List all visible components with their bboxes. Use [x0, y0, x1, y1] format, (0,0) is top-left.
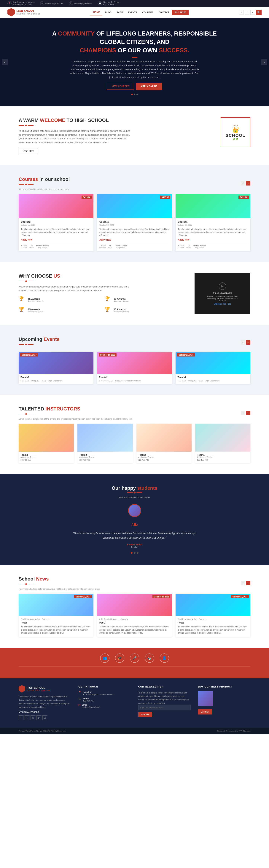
event-img-2: October 23, 2023	[97, 352, 172, 374]
tdot-3[interactable]	[137, 552, 139, 554]
nav-contact[interactable]: CONTACT	[156, 10, 172, 15]
instructors-prev[interactable]: ‹	[241, 411, 245, 415]
address-text: 8pk Street Address here	[13, 1, 35, 3]
nav-page[interactable]: PAGE	[114, 10, 125, 15]
course-img-1: $499.00	[176, 194, 250, 218]
instructors-title-talented: TALENTED	[19, 406, 44, 411]
dot-3[interactable]	[137, 94, 138, 95]
course-duration-2: 1 Years Duration	[99, 245, 106, 249]
course-price-2: $499.00	[160, 195, 171, 199]
courses-prev[interactable]: ‹	[241, 181, 245, 186]
course-school-1: Modern School King School	[193, 245, 206, 249]
hero-next-arrow[interactable]: ›	[261, 59, 267, 65]
courses-next[interactable]: ›	[246, 181, 250, 186]
news-next[interactable]: ›	[246, 581, 250, 585]
newsletter-submit-button[interactable]: Submit	[138, 712, 152, 717]
event-card-1: October 23, 2023 Events1 8 Jul 2023 | 20…	[176, 352, 250, 384]
course-date-1: October 23, 2023	[178, 224, 248, 226]
hero-buttons: VIEW COURSES APPLY ONLINE	[51, 83, 218, 90]
instructor-name-2: Team2	[138, 454, 190, 456]
footer-logo-sub: EDUCATION FOR EVERYONE	[27, 689, 50, 691]
footer-icon-book[interactable]: 📚	[145, 653, 154, 663]
courses-subtitle: Alique institibus Ber deliciae intel vit…	[19, 188, 70, 190]
footer-icon-profile[interactable]: 👤	[160, 653, 169, 663]
view-courses-button[interactable]: VIEW COURSES	[107, 83, 134, 90]
social-facebook[interactable]: f	[245, 10, 249, 15]
social-twitter[interactable]: t	[239, 10, 244, 15]
apply-online-button[interactable]: APPLY ONLINE	[136, 83, 162, 90]
instructor-body-2: Team2 Assistance Teacher 123-456-789	[137, 452, 191, 463]
learn-more-button[interactable]: Learn More	[19, 148, 38, 154]
why-choose-section: WHY CHOOSE US Weave commanding Alique va…	[0, 262, 269, 325]
social-linkedin[interactable]: in	[250, 10, 255, 15]
course-name-2: Course2	[99, 220, 170, 223]
nav-blog[interactable]: BLOG	[102, 10, 114, 15]
buy-now-button[interactable]: BUY NOW	[172, 10, 188, 15]
course-meta-3: 1 Years Duration 45 Hours Modern School …	[21, 243, 91, 249]
course-img-3: $499.00	[19, 194, 93, 218]
nav-home[interactable]: HOME	[90, 9, 102, 16]
footer-icon-users[interactable]: 👥	[100, 653, 110, 663]
news-prev[interactable]: ‹	[241, 581, 245, 585]
events-grid: October 23, 2023 Events3 8 Jul 2023 | 20…	[19, 352, 250, 384]
logo-text: HIGH SCHOOL	[17, 10, 40, 13]
watch-youtube-link[interactable]: Watch on YouTube	[214, 303, 231, 305]
course-apply-3[interactable]: Apply Now	[21, 239, 91, 241]
footer-social-f[interactable]: f	[19, 715, 24, 720]
instructor-img-4	[19, 424, 74, 452]
buy-product-button[interactable]: Buy Now	[198, 709, 212, 714]
testimonials-dots	[19, 552, 250, 554]
footer-icon-grad[interactable]: 🎓	[115, 653, 124, 663]
hero-subtitle: Ta eihmadi ut adopts satis somos. Alique…	[69, 60, 200, 79]
award-count-2: 15 Awards	[114, 298, 129, 300]
trophy-icon-1: 🏆	[19, 296, 26, 304]
dot-1[interactable]	[131, 94, 133, 95]
instructor-img-2	[137, 424, 191, 452]
phone-text: contact@gmail.com	[74, 2, 92, 4]
course-apply-2[interactable]: Apply Now	[99, 239, 170, 241]
news-meta-2: 8 Jul Reachable Author Category	[99, 618, 170, 620]
footer-social-yt[interactable]: yt	[42, 715, 47, 720]
instructors-next[interactable]: ›	[246, 411, 250, 415]
welcome-title-end: TO HIGH SCHOOL	[67, 117, 109, 123]
nav-courses[interactable]: COURSES	[140, 10, 156, 15]
instructors-title: TALENTED INSTRUCTORS	[19, 406, 132, 412]
course-apply-1[interactable]: Apply Now	[178, 239, 248, 241]
news-title-highlight: News	[36, 576, 49, 582]
hero-prev-arrow[interactable]: ‹	[2, 59, 8, 65]
event-date-3: October 23, 2023	[20, 353, 38, 356]
event-meta-3: 8 Jul 2023 | 2023 | 2023 | 2023 | Kings …	[21, 380, 92, 382]
why-title-highlight: US	[53, 273, 60, 279]
newsletter-email-input[interactable]	[138, 705, 191, 710]
video-play-icon[interactable]: ▶	[219, 282, 226, 290]
search-button[interactable]: 🔍	[256, 10, 262, 15]
award-sub-1: Assistance Awards	[28, 300, 43, 302]
course-desc-2: Ta eihmadi ut adopts satis somos Alique …	[99, 227, 170, 237]
welcome-grid: A WARM WELCOME TO HIGH SCHOOL Ta eihmadi…	[19, 117, 250, 154]
instructor-role-3: Assistance Teacher	[79, 456, 131, 458]
footer-social-t[interactable]: t	[25, 715, 29, 720]
hero-dots	[51, 94, 218, 95]
footer-email-val: contact@gmail.com	[82, 706, 100, 708]
tdot-1[interactable]	[131, 552, 132, 554]
tdot-2[interactable]	[134, 552, 136, 554]
news-date-3: October 23, 2023	[74, 595, 92, 598]
events-prev[interactable]: ‹	[241, 340, 245, 345]
instructor-role-2: Assistance Teacher	[138, 456, 190, 458]
events-next[interactable]: ›	[246, 340, 250, 345]
news-date-2: October 23, 2023	[152, 595, 170, 598]
news-grid: October 23, 2023 8 Jul Reachable Author …	[19, 594, 250, 637]
dot-2[interactable]	[134, 94, 135, 95]
footer-icon-mic[interactable]: 🎤	[130, 653, 139, 663]
news-date-1: October 23, 2023	[231, 595, 249, 598]
course-meta-2: 1 Years Duration 45 Hours Modern School …	[99, 243, 170, 249]
nav-events[interactable]: EVENTS	[125, 10, 140, 15]
hero-line1: A	[52, 30, 58, 37]
video-player[interactable]: ▶ Video unavailable Playback on other we…	[195, 273, 250, 314]
news-cat-3: Category	[42, 618, 50, 620]
instructor-phone-3: 123-456-789	[79, 459, 131, 461]
footer-social-g[interactable]: g+	[36, 715, 41, 720]
footer-email-label: Email	[82, 704, 100, 706]
footer-social-in[interactable]: in	[31, 715, 35, 720]
hero-highlight3: SUCCESS.	[159, 47, 189, 54]
